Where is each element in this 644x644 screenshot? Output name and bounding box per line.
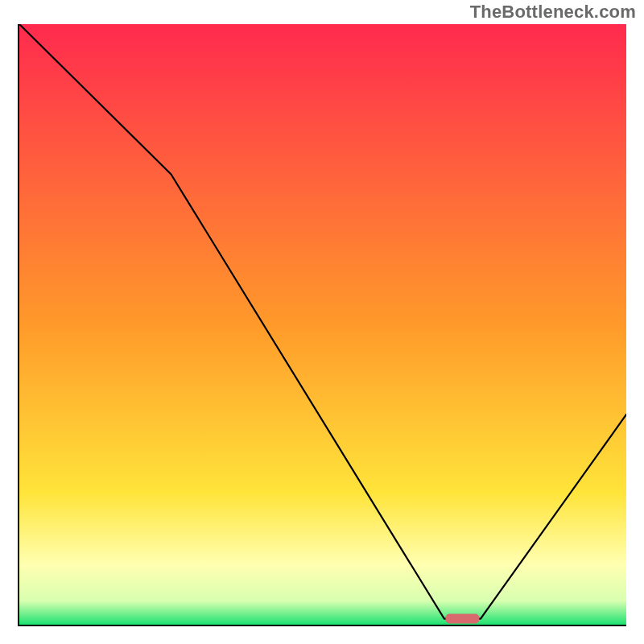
optimal-marker	[445, 614, 479, 624]
bottleneck-curve	[19, 24, 626, 619]
plot-box	[18, 24, 626, 626]
stage: TheBottleneck.com	[0, 0, 644, 644]
watermark-text: TheBottleneck.com	[470, 2, 636, 23]
curve-svg	[19, 24, 626, 625]
